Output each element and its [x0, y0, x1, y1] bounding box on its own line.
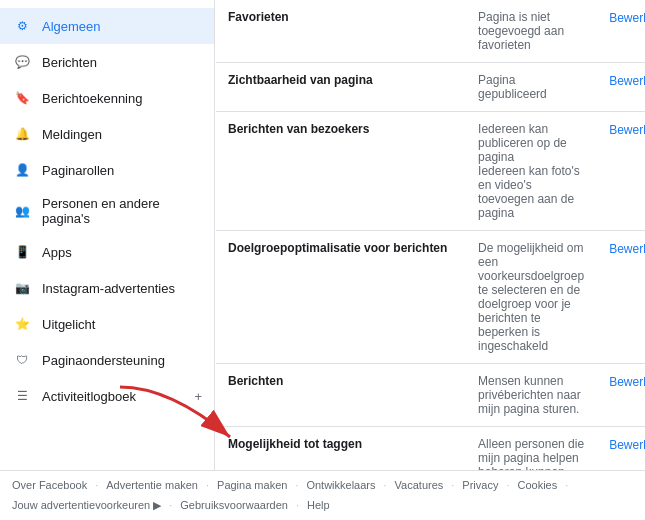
sidebar-item-uitgelicht[interactable]: ⭐Uitgelicht [0, 306, 214, 342]
edit-link-berichten2[interactable]: Bewerken [609, 375, 645, 389]
sidebar-label-paginaondersteuning: Paginaondersteuning [42, 353, 165, 368]
setting-desc-taggen: Alleen personen die mijn pagina helpen b… [466, 427, 596, 471]
footer-sep: · [384, 479, 387, 491]
footer-sep: · [506, 479, 509, 491]
footer-link-3[interactable]: Ontwikkelaars [306, 479, 375, 491]
footer-link-5[interactable]: Privacy [462, 479, 498, 491]
sidebar-label-meldingen: Meldingen [42, 127, 102, 142]
sidebar-icon-paginarollen: 👤 [12, 160, 32, 180]
setting-edit-zichtbaarheid[interactable]: Bewerken [596, 63, 645, 112]
sidebar-icon-personen: 👥 [12, 201, 32, 221]
setting-label-favorieten: Favorieten [216, 0, 466, 63]
setting-edit-taggen[interactable]: Bewerken [596, 427, 645, 471]
sidebar-item-apps[interactable]: 📱Apps [0, 234, 214, 270]
settings-row-bezoekers: Berichten van bezoekersIedereen kan publ… [216, 112, 645, 231]
sidebar-label-personen: Personen en andere pagina's [42, 196, 202, 226]
sidebar-icon-apps: 📱 [12, 242, 32, 262]
main-content: FavorietenPagina is niet toegevoegd aan … [215, 0, 645, 470]
setting-label-doelgroep: Doelgroepoptimalisatie voor berichten [216, 231, 466, 364]
sidebar-label-paginarollen: Paginarollen [42, 163, 114, 178]
sidebar-item-paginaondersteuning[interactable]: 🛡Paginaondersteuning [0, 342, 214, 378]
setting-label-zichtbaarheid: Zichtbaarheid van pagina [216, 63, 466, 112]
sidebar-item-activiteitlogboek[interactable]: ☰Activiteitlogboek+ [0, 378, 214, 414]
footer-link-8[interactable]: Gebruiksvoorwaarden [180, 499, 288, 512]
settings-row-zichtbaarheid: Zichtbaarheid van paginaPagina gepublice… [216, 63, 645, 112]
sidebar-icon-instagram: 📷 [12, 278, 32, 298]
sidebar-item-personen[interactable]: 👥Personen en andere pagina's [0, 188, 214, 234]
footer-sep: · [169, 499, 172, 512]
sidebar-item-algemeen[interactable]: ⚙Algemeen [0, 8, 214, 44]
footer-sep: · [451, 479, 454, 491]
setting-desc-favorieten: Pagina is niet toegevoegd aan favorieten [466, 0, 596, 63]
expand-icon-activiteitlogboek[interactable]: + [194, 389, 202, 404]
setting-edit-favorieten[interactable]: Bewerken [596, 0, 645, 63]
sidebar-label-activiteitlogboek: Activiteitlogboek [42, 389, 136, 404]
setting-desc-zichtbaarheid: Pagina gepubliceerd [466, 63, 596, 112]
footer-link-0[interactable]: Over Facebook [12, 479, 87, 491]
sidebar-icon-berichten: 💬 [12, 52, 32, 72]
sidebar-item-meldingen[interactable]: 🔔Meldingen [0, 116, 214, 152]
sidebar-item-berichten[interactable]: 💬Berichten [0, 44, 214, 80]
sidebar-label-berichten: Berichten [42, 55, 97, 70]
setting-desc-bezoekers: Iedereen kan publiceren op de paginaIede… [466, 112, 596, 231]
sidebar-item-paginarollen[interactable]: 👤Paginarollen [0, 152, 214, 188]
footer-sep: · [206, 479, 209, 491]
footer-link-4[interactable]: Vacatures [395, 479, 444, 491]
edit-link-doelgroep[interactable]: Bewerken [609, 242, 645, 256]
settings-row-favorieten: FavorietenPagina is niet toegevoegd aan … [216, 0, 645, 63]
footer-link-1[interactable]: Advertentie maken [106, 479, 198, 491]
edit-link-taggen[interactable]: Bewerken [609, 438, 645, 452]
footer-link-9[interactable]: Help [307, 499, 330, 512]
sidebar: ⚙Algemeen💬Berichten🔖Berichtoekenning🔔Mel… [0, 0, 215, 470]
sidebar-icon-algemeen: ⚙ [12, 16, 32, 36]
footer-link-2[interactable]: Pagina maken [217, 479, 287, 491]
sidebar-item-berichtoekenning[interactable]: 🔖Berichtoekenning [0, 80, 214, 116]
sidebar-label-berichtoekenning: Berichtoekenning [42, 91, 142, 106]
edit-link-zichtbaarheid[interactable]: Bewerken [609, 74, 645, 88]
sidebar-item-instagram[interactable]: 📷Instagram-advertenties [0, 270, 214, 306]
setting-edit-berichten2[interactable]: Bewerken [596, 364, 645, 427]
footer-sep: · [296, 499, 299, 512]
settings-row-doelgroep: Doelgroepoptimalisatie voor berichtenDe … [216, 231, 645, 364]
footer-sep: · [295, 479, 298, 491]
footer-sep: · [565, 479, 568, 491]
edit-link-favorieten[interactable]: Bewerken [609, 11, 645, 25]
sidebar-icon-berichtoekenning: 🔖 [12, 88, 32, 108]
sidebar-icon-activiteitlogboek: ☰ [12, 386, 32, 406]
sidebar-label-instagram: Instagram-advertenties [42, 281, 175, 296]
sidebar-icon-paginaondersteuning: 🛡 [12, 350, 32, 370]
sidebar-label-uitgelicht: Uitgelicht [42, 317, 95, 332]
setting-label-taggen: Mogelijkheid tot taggen [216, 427, 466, 471]
settings-row-berichten2: BerichtenMensen kunnen privéberichten na… [216, 364, 645, 427]
setting-edit-doelgroep[interactable]: Bewerken [596, 231, 645, 364]
sidebar-label-apps: Apps [42, 245, 72, 260]
sidebar-label-algemeen: Algemeen [42, 19, 101, 34]
setting-label-berichten2: Berichten [216, 364, 466, 427]
settings-row-taggen: Mogelijkheid tot taggenAlleen personen d… [216, 427, 645, 471]
setting-edit-bezoekers[interactable]: Bewerken [596, 112, 645, 231]
settings-table: FavorietenPagina is niet toegevoegd aan … [215, 0, 645, 470]
setting-label-bezoekers: Berichten van bezoekers [216, 112, 466, 231]
setting-desc-doelgroep: De mogelijkheid om een voorkeursdoelgroe… [466, 231, 596, 364]
sidebar-icon-uitgelicht: ⭐ [12, 314, 32, 334]
sidebar-icon-meldingen: 🔔 [12, 124, 32, 144]
footer-link-6[interactable]: Cookies [517, 479, 557, 491]
footer-sep: · [95, 479, 98, 491]
footer-link-7[interactable]: Jouw advertentievoorkeuren ▶ [12, 499, 161, 512]
edit-link-bezoekers[interactable]: Bewerken [609, 123, 645, 137]
setting-desc-berichten2: Mensen kunnen privéberichten naar mijn p… [466, 364, 596, 427]
footer: Over Facebook · Advertentie maken · Pagi… [0, 470, 645, 520]
